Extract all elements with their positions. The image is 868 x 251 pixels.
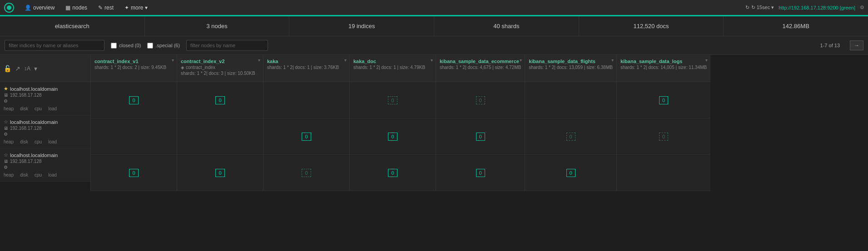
shard-cell: 0 <box>617 82 710 118</box>
filter-dropdown-icon[interactable]: ▾ <box>34 65 37 72</box>
col-sort-icon[interactable]: ▾ <box>172 58 174 63</box>
index-stats: shards: 1 * 2| docs: 1 | size: 4.79KB <box>353 65 432 70</box>
empty-shard-cell <box>525 82 616 118</box>
index-col-kaka-doc: kaka_doc shards: 1 * 2| docs: 1 | size: … <box>350 55 436 191</box>
node-panel-header: 🔓 ↗ ↕A ▾ <box>0 55 90 82</box>
star-icon[interactable]: ★ <box>4 86 8 92</box>
index-name[interactable]: kaka_doc <box>353 59 432 64</box>
col-sort-icon[interactable]: ▾ <box>258 58 260 63</box>
shard-box[interactable]: 0 <box>129 96 138 104</box>
node-row: ★ localhost.localdomain 🖥 192.168.17.128… <box>0 82 90 115</box>
node-row: ☆ localhost.localdomain 🖥 192.168.17.128… <box>0 115 90 148</box>
shard-cell: 0 <box>177 155 263 191</box>
nav-rest[interactable]: ✎ rest <box>94 3 118 13</box>
alias-icon: ◈ <box>181 65 184 70</box>
index-name[interactable]: contract_index_v1 <box>94 59 173 64</box>
nav-overview[interactable]: 👤 overview <box>20 3 59 13</box>
shard-box-dashed[interactable]: 0 <box>302 169 311 177</box>
nav-nodes[interactable]: ▦ nodes <box>61 3 92 13</box>
index-name[interactable]: kibana_sample_data_flights <box>529 59 613 64</box>
shard-box-dashed[interactable]: 0 <box>476 96 485 104</box>
node-name: ☆ localhost.localdomain <box>4 119 87 125</box>
index-header: kaka shards: 1 * 2| docs: 1 | size: 3.76… <box>263 55 349 82</box>
index-alias: ◈ contract_index <box>181 65 259 70</box>
shard-cell: 0 <box>91 155 177 191</box>
col-sort-icon[interactable]: ▾ <box>705 58 708 63</box>
shard-box[interactable]: 0 <box>476 133 485 141</box>
shard-box[interactable]: 0 <box>388 133 397 141</box>
closed-checkbox[interactable] <box>111 43 117 49</box>
app-logo[interactable] <box>4 2 15 13</box>
topbar-right: ↻ ↻ 15sec ▾ http://192.168.17.128:9200 [… <box>745 5 864 10</box>
index-col-contract-v1: contract_index_v1 shards: 1 * 2| docs: 2… <box>91 55 177 191</box>
node-name: ☆ localhost.localdomain <box>4 152 87 158</box>
overview-icon: 👤 <box>25 5 31 11</box>
rest-icon: ✎ <box>98 5 103 11</box>
shard-box[interactable]: 0 <box>215 96 224 104</box>
index-col-logs: kibana_sample_data_logs shards: 1 * 2| d… <box>617 55 710 191</box>
pagination-info: 1-7 of 13 <box>820 43 840 48</box>
index-stats: shards: 1 * 2| docs: 4,675 | size: 4.72M… <box>440 65 521 70</box>
sort-alpha-icon[interactable]: ↕A <box>24 65 30 72</box>
index-name[interactable]: kibana_sample_data_ecommerce <box>440 59 521 64</box>
shard-cell: 0 <box>525 155 616 191</box>
index-header: kibana_sample_data_logs shards: 1 * 2| d… <box>617 55 710 82</box>
shard-cell: 0 <box>436 155 525 191</box>
index-header: contract_index_v1 shards: 1 * 2| docs: 2… <box>91 55 177 82</box>
index-col-ecommerce: kibana_sample_data_ecommerce shards: 1 *… <box>436 55 525 191</box>
main-grid: 🔓 ↗ ↕A ▾ ★ localhost.localdomain 🖥 192.1… <box>0 55 868 191</box>
star-icon[interactable]: ☆ <box>4 152 8 158</box>
stat-cluster: elasticsearch <box>0 16 145 36</box>
empty-shard-cell <box>91 118 177 155</box>
node-name: ★ localhost.localdomain <box>4 86 87 92</box>
special-checkbox-label[interactable]: .special (6) <box>147 43 180 49</box>
index-stats: shards: 1 * 2| docs: 13,059 | size: 6.38… <box>529 65 613 70</box>
node-ip: 🖥 192.168.17.128 <box>4 159 87 164</box>
shard-cell: 0 <box>436 118 525 155</box>
shard-cell: 0 <box>177 82 263 118</box>
stat-docs: 112,520 docs <box>579 16 724 36</box>
server-icon: 🖥 <box>4 93 8 98</box>
index-col-flights: kibana_sample_data_flights shards: 1 * 2… <box>525 55 617 191</box>
col-sort-icon[interactable]: ▾ <box>431 58 433 63</box>
filter-nodes-input[interactable] <box>186 40 268 51</box>
shard-box[interactable]: 0 <box>659 96 668 104</box>
expand-icon[interactable]: ↗ <box>15 65 20 72</box>
shard-box[interactable]: 0 <box>388 169 397 177</box>
settings-icon[interactable]: ⚙ <box>860 5 864 10</box>
shard-box[interactable]: 0 <box>476 169 485 177</box>
stat-shards: 40 shards <box>434 16 579 36</box>
lock-icon[interactable]: 🔓 <box>4 65 11 72</box>
index-name[interactable]: kaka <box>267 59 346 64</box>
cluster-status-badge[interactable]: http://192.168.17.128:9200 [green] <box>779 5 855 10</box>
shard-box-dashed[interactable]: 0 <box>659 133 668 141</box>
refresh-control[interactable]: ↻ ↻ 15sec ▾ <box>745 5 774 10</box>
shard-cell: 0 <box>350 118 436 155</box>
col-sort-icon[interactable]: ▾ <box>520 58 522 63</box>
index-name[interactable]: kibana_sample_data_logs <box>620 59 707 64</box>
col-sort-icon[interactable]: ▾ <box>344 58 347 63</box>
next-page-button[interactable]: → <box>850 40 863 50</box>
stat-nodes: 3 nodes <box>145 16 290 36</box>
nav-more[interactable]: ✦ more ▾ <box>120 3 152 13</box>
special-checkbox[interactable] <box>147 43 153 49</box>
shard-box[interactable]: 0 <box>566 169 575 177</box>
closed-checkbox-label[interactable]: closed (0) <box>111 43 141 49</box>
more-icon: ✦ <box>124 5 129 11</box>
shard-box[interactable]: 0 <box>215 169 224 177</box>
refresh-icon: ↻ <box>745 5 749 10</box>
node-metrics: heap disk cpu load <box>4 106 87 111</box>
index-name[interactable]: contract_index_v2 <box>181 59 259 64</box>
shard-box-dashed[interactable]: 0 <box>388 96 397 104</box>
shard-box[interactable]: 0 <box>129 169 138 177</box>
shard-box[interactable]: 0 <box>302 133 311 141</box>
col-sort-icon[interactable]: ▾ <box>611 58 614 63</box>
filter-indices-input[interactable] <box>5 40 104 51</box>
shard-cell: 0 <box>263 118 349 155</box>
stats-row: elasticsearch 3 nodes 19 indices 40 shar… <box>0 16 868 36</box>
stat-indices: 19 indices <box>289 16 434 36</box>
shard-box-dashed[interactable]: 0 <box>566 133 575 141</box>
star-icon[interactable]: ☆ <box>4 119 8 125</box>
node-row: ☆ localhost.localdomain 🖥 192.168.17.128… <box>0 148 90 182</box>
empty-shard-cell <box>177 118 263 155</box>
